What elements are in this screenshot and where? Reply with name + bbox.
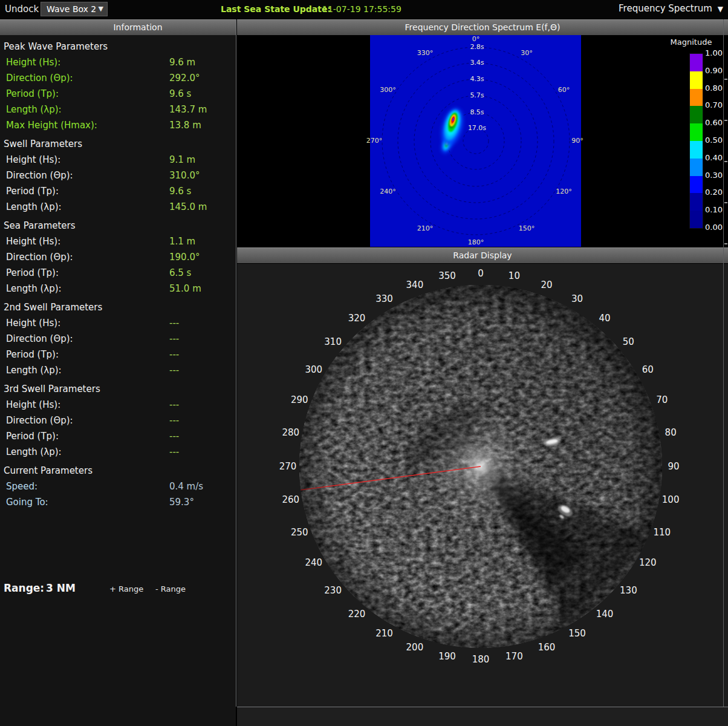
dropdown-arrow-icon: ▼ xyxy=(718,5,723,13)
range-decrease-button[interactable]: - Range xyxy=(155,584,186,594)
spectrum-angle-label: 150° xyxy=(519,224,535,232)
parameter-value: 9.1 m xyxy=(169,152,195,168)
parameter-row: Period (Tp):--- xyxy=(0,428,236,444)
parameter-label: Direction (Θp): xyxy=(6,70,73,86)
radar-bearing-label: 110 xyxy=(653,527,671,538)
colorbar-segment xyxy=(690,141,703,159)
parameter-value: 59.3° xyxy=(169,494,194,510)
parameter-row: Period (Tp):9.6 s xyxy=(0,183,236,199)
colorbar-tick-label: 0.00 xyxy=(705,223,728,232)
spectrum-period-label: 8.5s xyxy=(470,108,484,116)
radar-bearing-label: 120 xyxy=(639,557,657,568)
radar-bearing-label: 140 xyxy=(596,609,614,620)
parameter-row: Going To:59.3° xyxy=(0,494,236,510)
colorbar-segment xyxy=(690,159,703,176)
parameter-label: Height (Hs): xyxy=(6,315,60,331)
view-mode-selector[interactable]: Frequency Spectrum ▼ xyxy=(619,3,723,14)
parameter-label: Length (λp): xyxy=(6,102,62,117)
parameter-label: Period (Tp): xyxy=(6,347,59,362)
wave-box-selector[interactable]: Wave Box 2 ▼ xyxy=(41,2,108,16)
parameter-row: Height (Hs):9.6 m xyxy=(0,54,236,70)
spectrum-angle-label: 210° xyxy=(417,224,434,232)
parameter-section: Sea ParametersHeight (Hs):1.1 mDirection… xyxy=(0,218,236,296)
window-edge-grip xyxy=(724,202,727,203)
information-panel-title: Information xyxy=(0,19,236,35)
colorbar-segment xyxy=(690,71,703,89)
parameter-label: Height (Hs): xyxy=(6,152,60,168)
parameter-label: Direction (Θp): xyxy=(6,331,73,347)
window-edge-grip xyxy=(724,161,727,162)
parameter-value: --- xyxy=(169,315,179,331)
colorbar-tick-label: 0.80 xyxy=(705,83,728,93)
parameter-sections: Peak Wave ParametersHeight (Hs):9.6 mDir… xyxy=(0,35,236,510)
parameter-row: Period (Tp):9.6 s xyxy=(0,86,236,102)
parameter-value: --- xyxy=(169,397,179,413)
spectrum-angle-label: 240° xyxy=(380,188,396,195)
parameter-row: Period (Tp):6.5 s xyxy=(0,265,236,281)
spectrum-svg: 0°30°60°90°120°150°180°210°240°270°300°3… xyxy=(237,35,728,247)
parameter-label: Period (Tp): xyxy=(6,428,59,444)
window-right-border xyxy=(723,19,724,707)
parameter-value: --- xyxy=(169,413,179,428)
radar-bearing-label: 90 xyxy=(668,461,679,472)
parameter-label: Length (λp): xyxy=(6,281,62,296)
radar-bearing-label: 40 xyxy=(599,313,611,324)
colorbar-tick-label: 0.20 xyxy=(705,188,728,197)
last-update-value: 11-07-19 17:55:59 xyxy=(322,4,401,14)
parameter-row: Speed:0.4 m/s xyxy=(0,479,236,494)
range-value: 3 NM xyxy=(46,582,76,594)
spectrum-angle-label: 90° xyxy=(571,137,583,145)
parameter-value: 143.7 m xyxy=(169,102,207,117)
parameter-value: 6.5 s xyxy=(169,265,191,281)
bottom-strip xyxy=(237,707,728,726)
radar-bearing-label: 10 xyxy=(509,270,520,281)
radar-bearing-label: 170 xyxy=(505,651,523,662)
parameter-label: Length (λp): xyxy=(6,199,62,215)
colorbar-segment xyxy=(690,89,703,106)
parameter-label: Length (λp): xyxy=(6,444,62,460)
radar-bearing-label: 20 xyxy=(541,280,553,290)
parameter-row: Height (Hs):9.1 m xyxy=(0,152,236,168)
parameter-section: 3rd Swell ParametersHeight (Hs):---Direc… xyxy=(0,381,236,460)
parameter-label: Direction (Θp): xyxy=(6,168,73,183)
parameter-value: --- xyxy=(169,362,179,378)
parameter-value: 51.0 m xyxy=(169,281,201,296)
parameter-value: 1.1 m xyxy=(169,234,195,249)
radar-bearing-label: 310 xyxy=(324,336,342,347)
spectrum-angle-label: 300° xyxy=(380,86,396,94)
parameter-section: Current ParametersSpeed:0.4 m/sGoing To:… xyxy=(0,463,236,510)
radar-bearing-label: 130 xyxy=(620,585,637,596)
colorbar-tick-label: 0.70 xyxy=(705,100,728,110)
parameter-value: 13.8 m xyxy=(169,117,201,133)
radar-bearing-label: 270 xyxy=(279,461,297,472)
radar-bearing-label: 350 xyxy=(438,270,456,281)
section-title: 2nd Swell Parameters xyxy=(0,299,236,315)
parameter-value: 9.6 s xyxy=(169,86,191,102)
parameter-label: Height (Hs): xyxy=(6,397,60,413)
parameter-value: --- xyxy=(169,331,179,347)
spectrum-background xyxy=(370,35,581,247)
parameter-row: Direction (Θp):--- xyxy=(0,331,236,347)
section-title: 3rd Swell Parameters xyxy=(0,381,236,397)
range-increase-button[interactable]: + Range xyxy=(109,584,143,594)
parameter-label: Direction (Θp): xyxy=(6,249,73,265)
colorbar-tick-label: 0.10 xyxy=(705,205,728,214)
parameter-row: Period (Tp):--- xyxy=(0,347,236,362)
parameter-value: 0.4 m/s xyxy=(169,479,203,494)
undock-button[interactable]: Undock xyxy=(5,4,39,15)
parameter-label: Going To: xyxy=(6,494,48,510)
wave-box-selector-label: Wave Box 2 xyxy=(47,4,96,14)
radar-bearing-label: 160 xyxy=(538,642,556,653)
window-edge-grip xyxy=(724,79,727,80)
radar-bearing-label: 30 xyxy=(571,293,583,304)
spectrum-panel-title: Frequency Direction Spectrum E(f,Θ) xyxy=(237,19,728,35)
radar-bearing-label: 60 xyxy=(642,364,654,375)
colorbar-tick-label: 0.90 xyxy=(705,66,728,75)
radar-bearing-label: 340 xyxy=(406,280,424,290)
parameter-row: Height (Hs):--- xyxy=(0,315,236,331)
spectrum-period-label: 5.7s xyxy=(470,91,484,99)
view-mode-selector-label: Frequency Spectrum xyxy=(619,3,712,14)
section-title: Peak Wave Parameters xyxy=(0,39,236,54)
parameter-value: 9.6 m xyxy=(169,54,195,70)
parameter-row: Length (λp):--- xyxy=(0,444,236,460)
